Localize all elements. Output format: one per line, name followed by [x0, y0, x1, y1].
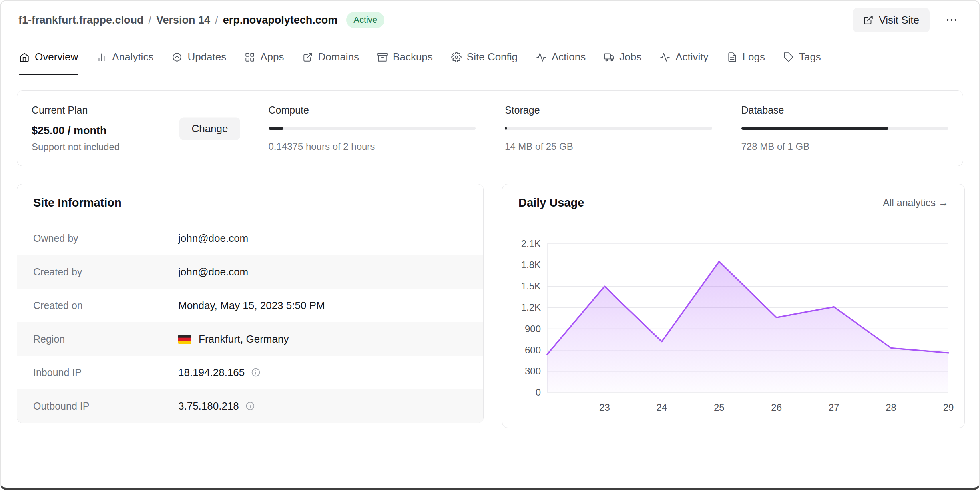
home-icon — [19, 52, 30, 62]
site-information-title: Site Information — [33, 196, 122, 209]
header-left: f1-frankfurt.frappe.cloud / Version 14 /… — [18, 12, 384, 28]
tab-label: Site Config — [467, 51, 518, 63]
info-value: john@doe.com — [178, 232, 248, 245]
external-link-icon — [863, 15, 874, 25]
svg-text:600: 600 — [525, 345, 541, 355]
tab-label: Overview — [35, 51, 78, 63]
info-value: Frankfurt, Germany — [178, 333, 289, 345]
info-value: john@doe.com — [178, 266, 248, 278]
header-actions: Visit Site — [853, 8, 962, 32]
info-label: Created by — [33, 266, 178, 278]
tab-overview[interactable]: Overview — [19, 39, 78, 75]
compute-progress-bar — [269, 127, 476, 130]
tab-label: Backups — [393, 51, 433, 63]
info-icon[interactable] — [245, 401, 255, 411]
more-options-button[interactable] — [942, 10, 962, 30]
storage-card: Storage 14 MB of 25 GB — [490, 91, 727, 166]
info-label: Owned by — [33, 233, 178, 244]
svg-text:28: 28 — [886, 402, 896, 413]
tab-domains[interactable]: Domains — [303, 39, 359, 75]
svg-text:25: 25 — [714, 402, 725, 413]
tab-jobs[interactable]: Jobs — [604, 39, 641, 75]
tab-actions[interactable]: Actions — [536, 39, 586, 75]
daily-usage-card: Daily Usage All analytics → 03006009001.… — [502, 184, 965, 428]
activity-icon — [536, 52, 546, 62]
tab-label: Actions — [552, 51, 586, 63]
detail-cards-row: Site Information Owned byjohn@doe.comCre… — [17, 184, 963, 428]
tab-label: Jobs — [619, 51, 641, 63]
gear-icon — [451, 52, 462, 62]
tab-backups[interactable]: Backups — [377, 39, 433, 75]
svg-text:2.1K: 2.1K — [521, 238, 541, 249]
external-link-icon — [303, 52, 313, 62]
tab-label: Apps — [260, 51, 284, 63]
daily-usage-title: Daily Usage — [518, 196, 584, 209]
current-plan-card: Current Plan $25.00 / month Support not … — [17, 91, 254, 166]
change-plan-button[interactable]: Change — [179, 117, 240, 140]
table-row: Owned byjohn@doe.com — [17, 221, 483, 255]
tab-label: Tags — [799, 51, 821, 63]
grid-icon — [245, 52, 255, 62]
tab-label: Analytics — [112, 51, 153, 63]
info-icon[interactable] — [251, 367, 261, 378]
compute-caption: 0.14375 hours of 2 hours — [269, 141, 476, 152]
breadcrumb-bench[interactable]: f1-frankfurt.frappe.cloud — [18, 14, 144, 26]
breadcrumb-site-name: erp.novapolytech.com — [223, 14, 338, 26]
bar-chart-icon — [96, 52, 107, 62]
svg-text:1.5K: 1.5K — [521, 281, 541, 291]
status-badge: Active — [346, 12, 384, 28]
table-row: Created onMonday, May 15, 2023 5:50 PM — [17, 289, 483, 322]
usage-summary-row: Current Plan $25.00 / month Support not … — [17, 90, 963, 166]
breadcrumb-separator: / — [215, 14, 218, 26]
info-value: 18.194.28.165 — [178, 367, 261, 379]
database-progress-bar — [741, 127, 949, 130]
svg-text:29: 29 — [943, 402, 954, 413]
database-card: Database 728 MB of 1 GB — [727, 91, 963, 166]
visit-site-button[interactable]: Visit Site — [853, 8, 930, 32]
breadcrumb-version[interactable]: Version 14 — [156, 14, 210, 26]
tab-label: Activity — [675, 51, 708, 63]
svg-text:900: 900 — [525, 323, 541, 334]
info-label: Region — [33, 333, 178, 345]
tab-label: Logs — [743, 51, 765, 63]
tab-activity[interactable]: Activity — [660, 39, 708, 75]
svg-text:23: 23 — [599, 402, 610, 413]
svg-text:300: 300 — [525, 366, 541, 376]
site-information-table: Owned byjohn@doe.comCreated byjohn@doe.c… — [17, 221, 483, 423]
storage-progress-bar — [505, 127, 712, 130]
tab-updates[interactable]: Updates — [172, 39, 226, 75]
tab-logs[interactable]: Logs — [727, 39, 765, 75]
svg-text:27: 27 — [829, 402, 839, 413]
table-row: Created byjohn@doe.com — [17, 255, 483, 289]
tab-label: Updates — [187, 51, 226, 63]
breadcrumb-separator: / — [149, 14, 152, 26]
info-label: Outbound IP — [33, 400, 178, 412]
info-value: Monday, May 15, 2023 5:50 PM — [178, 299, 325, 312]
info-label: Inbound IP — [33, 367, 178, 378]
all-analytics-link[interactable]: All analytics → — [883, 197, 948, 209]
database-title: Database — [741, 104, 949, 116]
daily-usage-chart: 03006009001.2K1.5K1.8K2.1K23242526272829 — [512, 228, 955, 416]
tab-bar: OverviewAnalyticsUpdatesAppsDomainsBacku… — [1, 39, 979, 75]
plan-support-note: Support not included — [32, 141, 239, 153]
tab-site-config[interactable]: Site Config — [451, 39, 518, 75]
database-caption: 728 MB of 1 GB — [741, 141, 949, 152]
svg-text:24: 24 — [657, 402, 667, 413]
site-dashboard: f1-frankfurt.frappe.cloud / Version 14 /… — [0, 0, 980, 490]
truck-icon — [604, 52, 614, 62]
svg-text:26: 26 — [771, 402, 782, 413]
tab-analytics[interactable]: Analytics — [96, 39, 153, 75]
table-row: Outbound IP3.75.180.218 — [17, 389, 483, 423]
tab-apps[interactable]: Apps — [245, 39, 284, 75]
tab-tags[interactable]: Tags — [783, 39, 821, 75]
tab-label: Domains — [318, 51, 359, 63]
daily-usage-chart-area: 03006009001.2K1.5K1.8K2.1K23242526272829 — [502, 221, 964, 428]
info-label: Created on — [33, 300, 178, 311]
table-row: Inbound IP18.194.28.165 — [17, 356, 483, 389]
header: f1-frankfurt.frappe.cloud / Version 14 /… — [1, 1, 979, 39]
storage-caption: 14 MB of 25 GB — [505, 141, 712, 152]
arrow-up-circle-icon — [172, 52, 182, 62]
archive-icon — [377, 52, 388, 62]
svg-text:1.8K: 1.8K — [521, 259, 541, 270]
main-content: Current Plan $25.00 / month Support not … — [1, 75, 979, 443]
